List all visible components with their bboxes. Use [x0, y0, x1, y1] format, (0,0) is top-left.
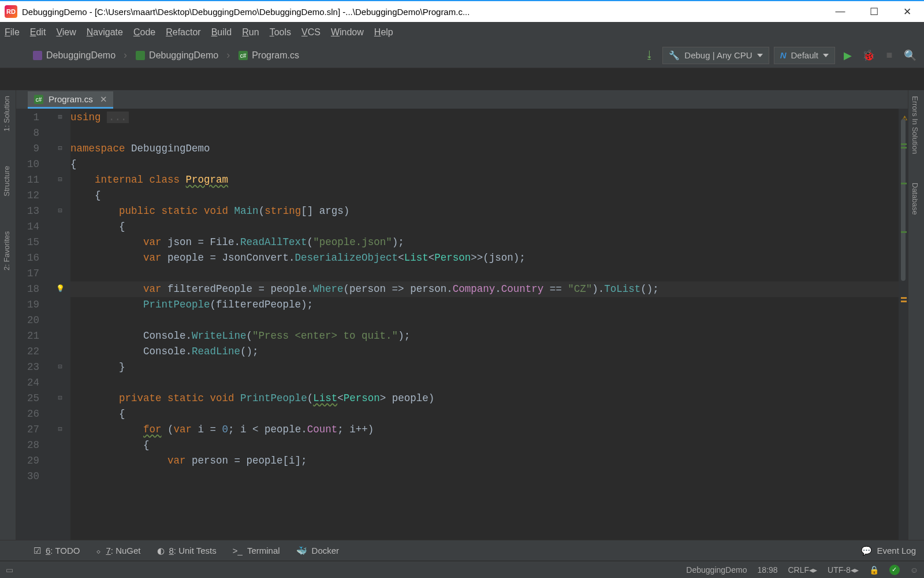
left-tool----favorites[interactable]: 2: Favorites: [0, 225, 13, 276]
code-line[interactable]: {: [70, 188, 899, 203]
maximize-button[interactable]: ☐: [857, 1, 891, 22]
stop-button-icon: ■: [881, 47, 897, 64]
left-tool-structure[interactable]: Structure: [0, 160, 13, 202]
bottom-tool-docker[interactable]: 🐳Docker: [296, 546, 340, 556]
close-button[interactable]: ✕: [891, 1, 924, 22]
tool-icon: 🐳: [296, 546, 307, 556]
fold-toggle-icon[interactable]: ⊟: [50, 360, 70, 375]
fold-gutter[interactable]: ⊞⊟⊟⊟💡⊟⊟⊟: [50, 109, 70, 540]
code-line[interactable]: using ...: [70, 110, 899, 125]
bottom-tool-terminal[interactable]: >_Terminal: [233, 546, 280, 555]
fold-toggle-icon[interactable]: ⊟: [50, 391, 70, 406]
menu-tools[interactable]: Tools: [270, 27, 291, 38]
error-stripe[interactable]: ⚠: [899, 109, 908, 540]
right-tool-database[interactable]: Database: [908, 177, 922, 221]
code-line[interactable]: PrintPeople(filteredPeople);: [70, 297, 899, 313]
code-line[interactable]: namespace DebuggingDemo: [70, 141, 899, 157]
menu-help[interactable]: Help: [374, 27, 393, 38]
minimize-button[interactable]: —: [824, 1, 857, 22]
breadcrumb-item[interactable]: c#Program.cs: [233, 48, 304, 63]
event-log-button[interactable]: 💬 Event Log: [861, 546, 916, 556]
target-framework-selector[interactable]: N Default: [774, 47, 835, 64]
status-ok-icon[interactable]: ✓: [889, 565, 900, 575]
run-button-icon[interactable]: ▶: [840, 47, 856, 64]
menu-window[interactable]: Window: [331, 27, 364, 38]
breadcrumb-item[interactable]: DebuggingDemo: [28, 48, 120, 63]
code-line[interactable]: {: [70, 406, 899, 422]
left-tool----solution[interactable]: 1: Solution: [0, 90, 13, 137]
status-encoding[interactable]: UTF-8◂▸: [828, 565, 859, 575]
fold-toggle-icon[interactable]: ⊞: [50, 110, 70, 125]
bottom-tool----todo[interactable]: ☑6: TODO: [33, 546, 80, 556]
fold-toggle-icon[interactable]: ⊟: [50, 203, 70, 219]
code-line[interactable]: private static void PrintPeople(List<Per…: [70, 391, 899, 406]
code-line[interactable]: var person = people[i];: [70, 453, 899, 469]
speech-bubble-icon: 💬: [861, 546, 872, 556]
code-line[interactable]: }: [70, 360, 899, 375]
bottom-tool----unit-tests[interactable]: ◐8: Unit Tests: [157, 546, 217, 556]
code-line[interactable]: public static void Main(string[] args): [70, 203, 899, 219]
menu-refactor[interactable]: Refactor: [166, 27, 200, 38]
menu-code[interactable]: Code: [133, 27, 155, 38]
editor-tabs: c# Program.cs ✕: [16, 90, 908, 109]
window-titlebar: RD DebuggingDemo - [C:\Users\maart\Deskt…: [0, 1, 924, 22]
fold-toggle-icon[interactable]: ⊟: [50, 141, 70, 157]
code-line[interactable]: internal class Program: [70, 172, 899, 188]
csharp-file-icon: c#: [238, 50, 248, 61]
code-line[interactable]: [70, 375, 899, 391]
code-line[interactable]: var json = File.ReadAllText("people.json…: [70, 235, 899, 250]
svg-rect-1: [136, 51, 145, 60]
menu-file[interactable]: File: [5, 27, 20, 38]
code-line[interactable]: [70, 266, 899, 281]
code-line[interactable]: Console.WriteLine("Press <enter> to quit…: [70, 328, 899, 344]
code-line[interactable]: [70, 469, 899, 484]
intention-bulb-icon[interactable]: 💡: [50, 281, 70, 297]
menu-navigate[interactable]: Navigate: [87, 27, 123, 38]
code-line[interactable]: for (var i = 0; i < people.Count; i++): [70, 422, 899, 438]
memory-indicator-icon[interactable]: ☺: [910, 565, 918, 575]
menu-view[interactable]: View: [56, 27, 76, 38]
status-eol[interactable]: CRLF◂▸: [788, 565, 817, 575]
menu-edit[interactable]: Edit: [30, 27, 46, 38]
menu-vcs[interactable]: VCS: [301, 27, 321, 38]
svg-text:c#: c#: [36, 97, 42, 103]
menu-build[interactable]: Build: [211, 27, 232, 38]
status-position[interactable]: 18:98: [757, 565, 777, 575]
status-project[interactable]: DebuggingDemo: [686, 565, 747, 575]
project-icon: [135, 50, 146, 61]
code-line[interactable]: {: [70, 157, 899, 172]
code-line[interactable]: {: [70, 219, 899, 235]
tool-icon: ☑: [33, 546, 41, 556]
fold-toggle-icon[interactable]: ⊟: [50, 172, 70, 188]
build-icon[interactable]: ⭳: [642, 47, 658, 64]
search-everywhere-icon[interactable]: 🔍: [902, 47, 918, 64]
fold-toggle-icon[interactable]: ⊟: [50, 422, 70, 438]
lock-icon[interactable]: 🔒: [869, 565, 879, 575]
breadcrumb-item[interactable]: DebuggingDemo: [131, 48, 223, 63]
code-line[interactable]: {: [70, 438, 899, 453]
code-line[interactable]: [70, 125, 899, 141]
tool-icon: ⬦: [96, 546, 101, 555]
main-menu-bar: FileEditViewNavigateCodeRefactorBuildRun…: [0, 22, 924, 43]
chevron-right-icon: ›: [124, 49, 127, 61]
code-line[interactable]: Console.ReadLine();: [70, 344, 899, 360]
right-tool-strip: Errors In SolutionDatabase: [908, 90, 924, 540]
toolwin-toggle-icon[interactable]: ▭: [6, 565, 13, 575]
code-line[interactable]: var people = JsonConvert.DeserializeObje…: [70, 250, 899, 266]
code-line[interactable]: var filteredPeople = people.Where(person…: [70, 281, 899, 297]
bottom-tool----nuget[interactable]: ⬦7: NuGet: [96, 546, 140, 555]
tool-icon: ◐: [157, 546, 165, 556]
breadcrumb: DebuggingDemo›DebuggingDemo›c#Program.cs: [28, 48, 304, 63]
code-area[interactable]: using ...namespace DebuggingDemo{ intern…: [70, 109, 899, 540]
tab-label: Program.cs: [49, 94, 93, 104]
code-editor[interactable]: 1891011121314151617181920212223242526272…: [16, 109, 908, 540]
debug-button-icon[interactable]: 🐞: [860, 47, 877, 64]
file-tab[interactable]: c# Program.cs ✕: [28, 91, 113, 109]
code-line[interactable]: [70, 313, 899, 328]
app-logo-icon: RD: [5, 5, 17, 18]
run-configuration-selector[interactable]: 🔧 Debug | Any CPU: [662, 47, 769, 64]
title-text-prefix: DebuggingDemo - [C:\Users\maart\Desktop\…: [22, 7, 345, 17]
right-tool-errors-in-solution[interactable]: Errors In Solution: [908, 90, 922, 160]
close-tab-icon[interactable]: ✕: [100, 94, 107, 105]
menu-run[interactable]: Run: [242, 27, 259, 38]
